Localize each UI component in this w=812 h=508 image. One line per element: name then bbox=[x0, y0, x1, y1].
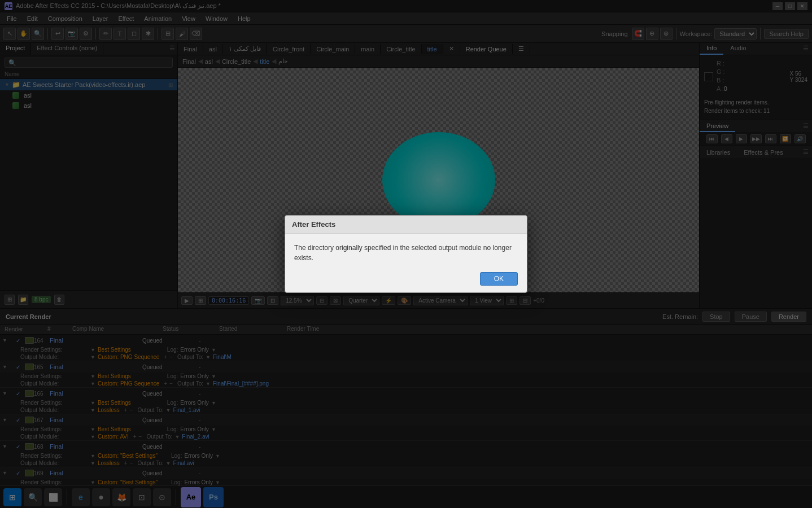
modal-body: The directory originally specified in th… bbox=[285, 234, 527, 268]
modal-title-bar: After Effects bbox=[285, 216, 527, 234]
modal-footer: OK bbox=[285, 268, 527, 292]
modal-overlay: After Effects The directory originally s… bbox=[0, 0, 812, 508]
modal-dialog: After Effects The directory originally s… bbox=[285, 215, 527, 293]
modal-ok-button[interactable]: OK bbox=[480, 272, 518, 286]
